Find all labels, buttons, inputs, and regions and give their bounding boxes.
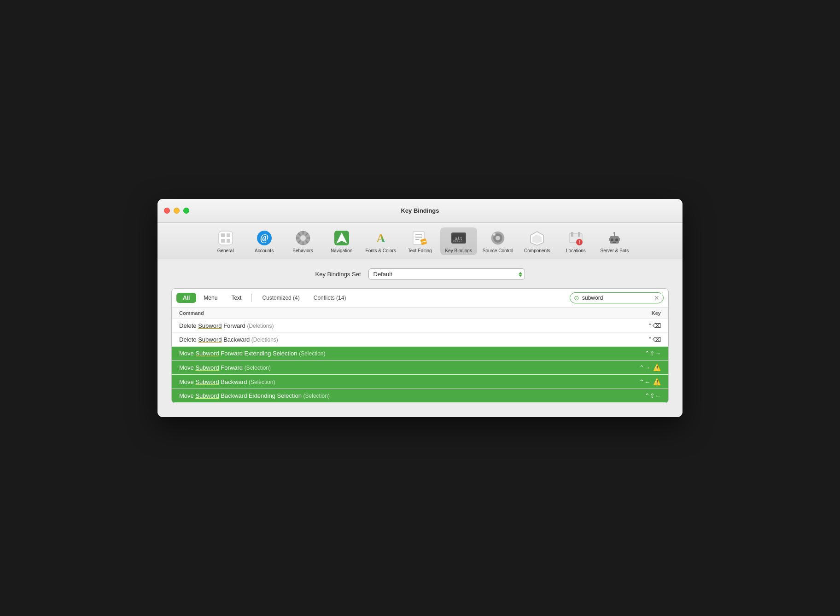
warning-icon: ⚠️ [653,364,661,371]
toolbar-label-fonts: Fonts & Colors [366,248,396,253]
search-input[interactable] [582,295,651,301]
svg-rect-43 [612,242,616,243]
toolbar-label-sourcecontrol: Source Control [483,248,513,253]
cell-key: ⌃⇧→ [606,350,661,357]
category: (Selection) [299,350,325,357]
svg-rect-3 [221,239,225,243]
table-row[interactable]: Move Subword Forward (Selection) ⌃→ ⚠️ [172,360,668,375]
cell-command: Move Subword Backward (Selection) [179,378,606,385]
svg-rect-1 [221,233,225,237]
cell-key: ⌃⌫ [606,336,661,343]
search-wrapper: ⊙ ✕ [570,292,664,303]
toolbar-item-accounts[interactable]: @ Accounts [246,227,283,255]
header-command: Command [179,310,606,316]
dropdown-wrapper: Default [368,268,525,280]
toolbar-label-navigation: Navigation [331,248,352,253]
fonts-icon: A [372,229,390,247]
sourcecontrol-icon [489,229,507,247]
toolbar-item-keybindings[interactable]: alt option Key Bindings [440,227,477,255]
cell-key: ⌃⇧← [606,392,661,399]
textediting-icon [411,229,429,247]
tab-menu[interactable]: Menu [197,293,224,303]
serverbots-icon [606,229,623,247]
table-header: Command Key [172,308,668,319]
svg-rect-2 [227,233,230,237]
toolbar-item-general[interactable]: General [207,227,244,255]
svg-point-31 [496,236,500,240]
svg-rect-46 [609,238,610,241]
general-icon [217,229,234,247]
maximize-button[interactable] [183,208,189,214]
preferences-window: Key Bindings General @ [158,199,682,417]
keyword: Subword [195,364,219,371]
table-row[interactable]: Delete Subword Backward (Deletions) ⌃⌫ [172,333,668,347]
cell-command: Move Subword Forward Extending Selection… [179,350,606,357]
svg-point-45 [613,232,615,234]
toolbar-label-keybindings: Key Bindings [445,248,472,253]
cell-key: ⌃← ⚠️ [606,378,661,385]
close-button[interactable] [164,208,170,214]
cell-command: Delete Subword Forward (Deletions) [179,322,606,329]
tab-conflicts[interactable]: Conflicts (14) [307,293,353,303]
cell-key: ⌃⌫ [606,322,661,329]
toolbar-label-components: Components [524,248,550,253]
keyword: Subword [195,350,219,357]
toolbar-item-fonts[interactable]: A Fonts & Colors [362,227,400,255]
toolbar-item-behaviors[interactable]: Behaviors [285,227,321,255]
table-row[interactable]: Delete Subword Forward (Deletions) ⌃⌫ [172,319,668,333]
toolbar-label-serverbots: Server & Bots [601,248,629,253]
svg-rect-0 [219,231,233,245]
category: (Deletions) [251,337,278,343]
warning-icon: ⚠️ [653,378,661,385]
tab-separator [251,294,252,302]
table-row[interactable]: Move Subword Forward Extending Selection… [172,347,668,360]
toolbar-item-sourcecontrol[interactable]: Source Control [479,227,517,255]
svg-point-8 [300,235,306,241]
svg-point-41 [611,238,613,241]
titlebar: Key Bindings [158,199,682,223]
category: (Selection) [245,365,271,371]
svg-rect-4 [227,239,230,243]
toolbar-label-accounts: Accounts [255,248,274,253]
toolbar: General @ Accounts [158,223,682,259]
toolbar-item-locations[interactable]: ! Locations [557,227,594,255]
category: (Deletions) [247,323,274,329]
tab-all[interactable]: All [176,293,196,303]
toolbar-item-serverbots[interactable]: Server & Bots [596,227,633,255]
cell-command: Move Subword Backward Extending Selectio… [179,392,606,399]
toolbar-item-textediting[interactable]: Text Editing [402,227,438,255]
toolbar-label-general: General [217,248,234,253]
keybindings-icon: alt option [450,229,467,247]
navigation-icon [333,229,350,247]
bindings-table: Command Key Delete Subword Forward (Dele… [172,308,668,403]
keyword: Subword [198,336,222,343]
content-area: Key Bindings Set Default All Menu Text C… [158,259,682,417]
svg-text:option: option [453,239,464,243]
tab-text[interactable]: Text [225,293,248,303]
svg-text:!: ! [579,240,580,245]
toolbar-item-components[interactable]: Components [519,227,555,255]
cell-command: Delete Subword Backward (Deletions) [179,336,606,343]
category: (Selection) [249,379,275,385]
locations-icon: ! [567,229,584,247]
header-key: Key [606,310,661,316]
accounts-icon: @ [256,229,273,247]
filter-bar: All Menu Text Customized (4) Conflicts (… [171,288,669,403]
components-icon [528,229,546,247]
minimize-button[interactable] [174,208,180,214]
toolbar-item-navigation[interactable]: Navigation [323,227,360,255]
svg-rect-36 [571,232,573,237]
key-bindings-set-dropdown[interactable]: Default [368,268,525,280]
key-bindings-set-label: Key Bindings Set [315,271,361,278]
search-clear-button[interactable]: ✕ [654,295,659,301]
traffic-lights [164,208,189,214]
tab-customized[interactable]: Customized (4) [256,293,306,303]
toolbar-label-textediting: Text Editing [408,248,432,253]
keyword: Subword [195,392,219,399]
svg-rect-47 [618,238,620,241]
svg-point-42 [615,238,618,241]
table-row[interactable]: Move Subword Backward (Selection) ⌃← ⚠️ [172,375,668,389]
table-row[interactable]: Move Subword Backward Extending Selectio… [172,389,668,403]
svg-text:A: A [376,232,385,245]
cell-key: ⌃→ ⚠️ [606,364,661,371]
